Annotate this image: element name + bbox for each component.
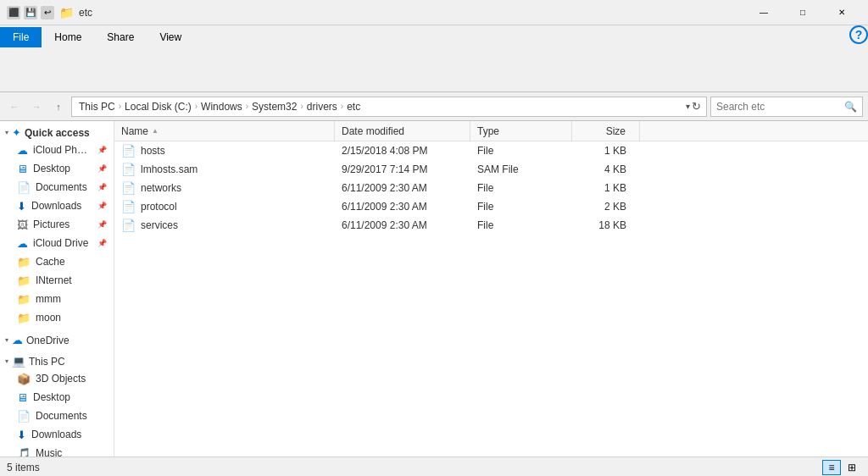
table-row[interactable]: 📄 protocol 6/11/2009 2:30 AM File 2 KB xyxy=(114,197,868,216)
maximize-button[interactable]: □ xyxy=(783,0,822,25)
up-button[interactable]: ↑ xyxy=(49,97,68,116)
onedrive-chevron: ▾ xyxy=(5,336,8,344)
table-row[interactable]: 📄 services 6/11/2009 2:30 AM File 18 KB xyxy=(114,216,868,235)
quick-access-header[interactable]: ▾ ✦ Quick access xyxy=(0,123,114,141)
music-icon: 🎵 xyxy=(17,447,31,457)
column-modified[interactable]: Date modified xyxy=(335,121,470,141)
file-modified: 9/29/2017 7:14 PM xyxy=(335,163,470,175)
sidebar-label-downloads-pc: Downloads xyxy=(31,429,107,440)
search-input[interactable] xyxy=(716,101,841,113)
pictures-icon: 🖼 xyxy=(17,219,28,231)
sort-arrow-name: ▲ xyxy=(152,127,159,135)
search-box[interactable]: 🔍 xyxy=(710,97,863,117)
sidebar-label-mmm: mmm xyxy=(36,293,107,305)
sidebar-item-music[interactable]: 🎵 Music xyxy=(0,444,114,457)
file-size: 1 KB xyxy=(572,182,640,194)
cache-folder-icon: 📁 xyxy=(17,256,31,268)
forward-button[interactable]: → xyxy=(27,97,46,116)
sidebar-item-pictures[interactable]: 🖼 Pictures 📌 xyxy=(0,215,114,234)
desktop-icon: 🖥 xyxy=(17,163,28,175)
pin-icon-icloud: 📌 xyxy=(97,146,107,154)
internet-folder-icon: 📁 xyxy=(17,274,31,287)
address-bar: ← → ↑ This PC › Local Disk (C:) › Window… xyxy=(0,92,868,121)
ribbon-content xyxy=(0,47,868,91)
documents-icon: 📄 xyxy=(17,181,31,194)
sidebar-label-documents-pc: Documents xyxy=(36,410,107,422)
tab-view[interactable]: View xyxy=(147,27,194,47)
column-size[interactable]: Size xyxy=(572,121,640,141)
this-pc-label: This PC xyxy=(29,356,65,368)
onedrive-icon: ☁ xyxy=(12,334,23,346)
sidebar-item-mmm[interactable]: 📁 mmm xyxy=(0,290,114,308)
table-row[interactable]: 📄 hosts 2/15/2018 4:08 PM File 1 KB xyxy=(114,141,868,160)
downloads-pc-icon: ⬇ xyxy=(17,429,26,441)
quick-access-icon: ⬛ xyxy=(7,6,20,19)
sidebar-label-documents: Documents xyxy=(36,181,92,193)
sidebar-item-icloud-drive[interactable]: ☁ iCloud Drive 📌 xyxy=(0,234,114,252)
column-type[interactable]: Type xyxy=(470,121,572,141)
undo-icon: ↩ xyxy=(41,6,54,19)
file-type: File xyxy=(470,182,572,194)
onedrive-section: ▾ ☁ OneDrive xyxy=(0,329,114,350)
item-count: 5 items xyxy=(7,462,40,473)
mmm-folder-icon: 📁 xyxy=(17,293,31,306)
sidebar-label-cache: Cache xyxy=(36,256,107,268)
file-icon: 📄 xyxy=(121,200,136,213)
file-name: hosts xyxy=(141,145,165,157)
sidebar-item-3d-objects[interactable]: 📦 3D Objects xyxy=(0,369,114,388)
icloud-photos-icon: ☁ xyxy=(17,144,28,157)
file-icon: 📄 xyxy=(121,219,136,232)
file-name: protocol xyxy=(141,201,177,213)
quick-access-label: Quick access xyxy=(25,127,90,139)
sidebar-item-downloads[interactable]: ⬇ Downloads 📌 xyxy=(0,196,114,215)
file-type: File xyxy=(470,145,572,157)
table-row[interactable]: 📄 networks 6/11/2009 2:30 AM File 1 KB xyxy=(114,179,868,197)
moon-folder-icon: 📁 xyxy=(17,312,31,324)
window-controls: — □ ✕ xyxy=(744,0,861,25)
onedrive-header[interactable]: ▾ ☁ OneDrive xyxy=(0,330,114,348)
tab-file[interactable]: File xyxy=(0,27,42,47)
file-header: Name ▲ Date modified Type Size xyxy=(114,121,868,141)
close-button[interactable]: ✕ xyxy=(822,0,861,25)
back-button[interactable]: ← xyxy=(5,97,24,116)
file-size: 2 KB xyxy=(572,201,640,213)
path-windows[interactable]: Windows xyxy=(199,101,244,113)
sidebar-label-moon: moon xyxy=(36,312,107,324)
file-name: networks xyxy=(141,182,181,194)
help-button[interactable]: ? xyxy=(849,25,868,44)
title-left: ⬛ 💾 ↩ 📁 etc xyxy=(7,6,92,19)
sidebar-item-desktop-pc[interactable]: 🖥 Desktop xyxy=(0,388,114,407)
refresh-icon[interactable]: ↻ xyxy=(692,100,701,113)
tiles-view-button[interactable]: ⊞ xyxy=(843,460,861,475)
path-etc[interactable]: etc xyxy=(345,101,362,113)
path-system32[interactable]: System32 xyxy=(250,101,298,113)
table-row[interactable]: 📄 lmhosts.sam 9/29/2017 7:14 PM SAM File… xyxy=(114,160,868,179)
sidebar-item-cache[interactable]: 📁 Cache xyxy=(0,252,114,271)
sidebar-item-moon[interactable]: 📁 moon xyxy=(0,308,114,327)
tab-home[interactable]: Home xyxy=(42,27,94,47)
path-drivers[interactable]: drivers xyxy=(305,101,339,113)
ribbon-tabs: File Home Share View ? xyxy=(0,25,868,47)
sidebar-item-icloud-photos[interactable]: ☁ iCloud Photo... 📌 xyxy=(0,141,114,159)
details-view-button[interactable]: ≡ xyxy=(822,460,841,475)
minimize-button[interactable]: — xyxy=(744,0,783,25)
this-pc-header[interactable]: ▾ 💻 This PC xyxy=(0,351,114,369)
sidebar-item-documents[interactable]: 📄 Documents 📌 xyxy=(0,178,114,196)
sidebar-item-documents-pc[interactable]: 📄 Documents xyxy=(0,407,114,425)
file-type: SAM File xyxy=(470,163,572,175)
quick-access-chevron: ▾ xyxy=(5,129,8,136)
sidebar-item-downloads-pc[interactable]: ⬇ Downloads xyxy=(0,425,114,444)
path-this-pc[interactable]: This PC xyxy=(77,101,117,113)
sidebar-item-desktop[interactable]: 🖥 Desktop 📌 xyxy=(0,159,114,178)
tab-share[interactable]: Share xyxy=(94,27,147,47)
address-path[interactable]: This PC › Local Disk (C:) › Windows › Sy… xyxy=(71,97,707,117)
column-name[interactable]: Name ▲ xyxy=(114,121,335,141)
save-icon: 💾 xyxy=(24,6,37,19)
title-folder-icon: 📁 xyxy=(59,6,74,19)
status-bar: 5 items ≡ ⊞ xyxy=(0,457,868,476)
file-modified: 2/15/2018 4:08 PM xyxy=(335,145,470,157)
sidebar-item-internet[interactable]: 📁 INternet xyxy=(0,271,114,290)
path-local-disk[interactable]: Local Disk (C:) xyxy=(123,101,193,113)
address-chevron[interactable]: ▾ xyxy=(686,102,690,111)
quick-access-star-icon: ✦ xyxy=(12,126,21,139)
